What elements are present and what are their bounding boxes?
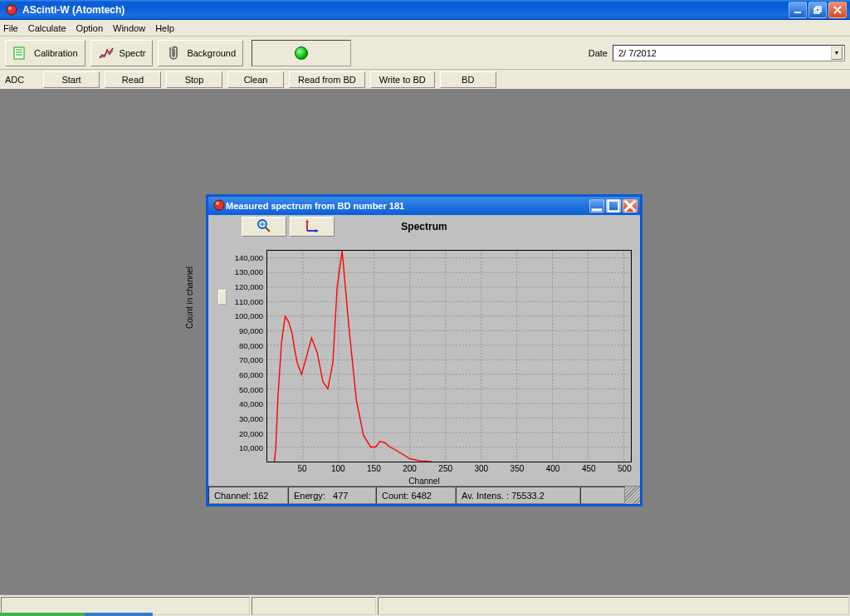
magnifier-icon [256,218,271,235]
menu-window[interactable]: Window [113,23,145,33]
svg-point-1 [8,7,12,10]
menu-help[interactable]: Help [155,23,174,33]
axes-button[interactable] [290,217,335,237]
adc-toolbar: ADC Start Read Stop Clean Read from BD W… [0,70,850,90]
date-label: Date [589,48,608,58]
axes-icon [305,218,320,235]
spectrum-titlebar[interactable]: Measured spectrum from BD number 181 [208,197,640,215]
menu-calculate[interactable]: Calculate [28,23,66,33]
size-grip[interactable] [625,486,640,504]
chart-area: Count in channel 10,00020,00030,00040,00… [208,238,640,486]
paperclip-icon [165,45,182,61]
date-value: 2/ 7/2012 [618,48,657,58]
calibration-icon [12,45,29,61]
child-minimize-button[interactable] [589,199,604,213]
y-ticks: 10,00020,00030,00040,00050,00060,00070,0… [225,250,265,462]
mdi-client-area: Measured spectrum from BD number 181 Spe… [0,90,850,594]
main-titlebar: AScinti-W (Atomtech) [0,0,850,20]
spectr-icon [98,45,115,61]
status-indicator [252,40,351,66]
status-empty [580,486,625,504]
stop-button[interactable]: Stop [166,71,222,88]
menu-bar: File Calculate Option Window Help [0,20,850,37]
svg-rect-5 [14,47,24,59]
calibration-button[interactable]: Calibration [5,40,85,66]
child-close-button[interactable] [623,199,638,213]
svg-marker-20 [315,229,319,232]
write-to-bd-button[interactable]: Write to BD [370,71,435,88]
read-from-bd-button[interactable]: Read from BD [289,71,365,88]
status-intensity: Av. Intens. : 75533.2 [456,486,580,504]
adc-label: ADC [5,75,38,85]
spectrum-window: Measured spectrum from BD number 181 Spe… [206,194,642,506]
upper-toolbar: Calibration Spectr Background Date 2/ 7/… [0,37,850,70]
x-ticks: 50100150200250300350400450500 [266,464,632,476]
menu-option[interactable]: Option [76,23,103,33]
dropdown-icon[interactable]: ▾ [831,46,843,60]
menu-file[interactable]: File [3,23,18,33]
led-icon [295,46,308,60]
child-maximize-button[interactable] [606,199,621,213]
svg-point-10 [216,202,219,205]
svg-point-9 [214,200,224,210]
spectr-button[interactable]: Spectr [90,40,154,66]
app-icon [5,3,18,17]
spectr-label: Spectr [120,48,146,58]
x-axis-label: Channel [208,477,640,486]
background-button[interactable]: Background [158,40,243,66]
spectrum-status-bar: Channel: 162 Energy: 477 Count: 6482 Av.… [208,486,640,504]
clean-button[interactable]: Clean [227,71,284,88]
plot-box[interactable] [266,250,632,462]
svg-line-14 [266,227,270,232]
spectrum-window-icon [212,198,226,213]
svg-point-0 [7,5,17,15]
svg-rect-4 [816,7,821,12]
svg-rect-12 [608,201,619,212]
app-title: AScinti-W (Atomtech) [22,4,125,16]
window-buttons [789,2,847,18]
spectrum-title: Measured spectrum from BD number 181 [226,201,404,211]
taskbar-hint [0,613,850,616]
calibration-label: Calibration [34,48,78,58]
close-button[interactable] [828,2,847,18]
svg-rect-2 [794,12,801,13]
zoom-button[interactable] [242,217,286,237]
spectrum-toolbar: Spectrum [208,215,640,238]
bd-button[interactable]: BD [440,71,496,88]
restore-button[interactable] [808,2,827,18]
status-channel: Channel: 162 [208,486,288,504]
start-button[interactable]: Start [43,71,100,88]
status-count: Count: 6482 [376,486,456,504]
svg-marker-19 [305,219,309,222]
status-energy: Energy: 477 [288,486,376,504]
background-label: Background [187,48,236,58]
read-button[interactable]: Read [105,71,161,88]
svg-rect-11 [592,208,603,211]
date-picker[interactable]: 2/ 7/2012 ▾ [613,45,845,61]
plot-title-inline: Spectrum [338,221,510,232]
svg-rect-3 [814,8,819,13]
minimize-button[interactable] [789,2,807,18]
y-axis-label: Count in channel [185,266,194,329]
